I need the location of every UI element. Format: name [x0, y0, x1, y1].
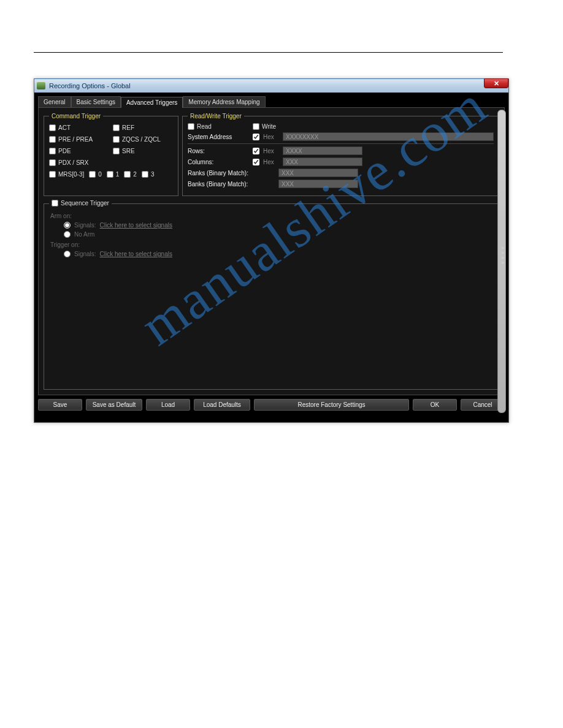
- hex-label-sysaddr: Hex: [263, 134, 279, 140]
- close-button[interactable]: ✕: [484, 78, 508, 88]
- no-arm-label: No Arm: [74, 231, 94, 238]
- window-body: General Basic Settings Advanced Triggers…: [34, 93, 508, 422]
- button-row: Save Save as Default Load Load Defaults …: [34, 395, 508, 414]
- input-ranks[interactable]: [278, 169, 358, 177]
- arm-on-label: Arm on:: [50, 213, 492, 219]
- cb-ref[interactable]: REF: [113, 124, 173, 131]
- label-ranks: Ranks (Binary Match):: [188, 170, 275, 176]
- cb-sre[interactable]: SRE: [113, 148, 173, 154]
- radio-no-arm[interactable]: [64, 231, 71, 238]
- sequence-trigger-group: Sequence Trigger Arm on: Signals: Click …: [44, 200, 499, 390]
- cb-columns-hex[interactable]: [253, 159, 259, 165]
- save-default-button[interactable]: Save as Default: [86, 399, 142, 411]
- radio-arm-signals[interactable]: [64, 222, 71, 229]
- cb-mrs-0[interactable]: 0: [89, 171, 102, 178]
- cb-act[interactable]: ACT: [49, 124, 109, 131]
- cb-pdx-srx[interactable]: PDX / SRX: [49, 159, 109, 166]
- cb-write[interactable]: Write: [253, 123, 276, 130]
- radio-trigger-signals[interactable]: [64, 251, 71, 257]
- tab-general[interactable]: General: [38, 96, 71, 107]
- cb-pde[interactable]: PDE: [49, 148, 109, 154]
- trigger-on-label: Trigger on:: [50, 241, 492, 248]
- tab-content: Command Trigger ACT REF PRE / PREA ZQCS …: [38, 107, 505, 395]
- save-button[interactable]: Save: [38, 399, 82, 411]
- restore-factory-button[interactable]: Restore Factory Settings: [254, 399, 409, 411]
- tab-strip: General Basic Settings Advanced Triggers…: [34, 93, 508, 107]
- load-button[interactable]: Load: [146, 399, 190, 411]
- tab-basic-settings[interactable]: Basic Settings: [71, 96, 121, 107]
- trigger-signals-link[interactable]: Click here to select signals: [100, 251, 172, 257]
- cb-mrs-1[interactable]: 1: [107, 171, 120, 178]
- cb-rows-hex[interactable]: [253, 148, 259, 154]
- rw-trigger-legend: Read/Write Trigger: [188, 113, 244, 119]
- input-columns[interactable]: [283, 157, 362, 166]
- titlebar: Recording Options - Global ✕: [34, 79, 508, 93]
- load-defaults-button[interactable]: Load Defaults: [194, 399, 250, 411]
- ok-button[interactable]: OK: [413, 399, 457, 411]
- hex-label-columns: Hex: [263, 159, 279, 165]
- label-banks: Banks (Binary Match):: [188, 181, 275, 188]
- side-arrows-icon: >>>>: [501, 246, 504, 265]
- tab-memory-address-mapping[interactable]: Memory Address Mapping: [183, 96, 265, 107]
- input-banks[interactable]: [278, 180, 358, 188]
- cb-zqcs-zqcl[interactable]: ZQCS / ZQCL: [113, 136, 173, 143]
- sequence-trigger-legend: Sequence Trigger: [49, 200, 112, 208]
- label-rows: Rows:: [188, 148, 249, 154]
- cb-sysaddr-hex[interactable]: [253, 134, 259, 140]
- cb-read[interactable]: Read: [188, 123, 249, 130]
- input-system-address[interactable]: [283, 132, 494, 141]
- page-divider: [34, 52, 503, 53]
- trigger-signals-label: Signals:: [74, 251, 96, 257]
- input-rows[interactable]: [283, 146, 362, 155]
- hex-label-rows: Hex: [263, 148, 279, 154]
- label-system-address: System Address: [188, 134, 249, 140]
- rw-trigger-group: Read/Write Trigger Read Write System Add…: [182, 113, 499, 196]
- cb-mrs[interactable]: MRS[0-3]: [49, 171, 84, 178]
- cb-mrs-3[interactable]: 3: [142, 171, 155, 178]
- cb-sequence-trigger[interactable]: Sequence Trigger: [52, 200, 109, 207]
- label-columns: Columns:: [188, 159, 249, 165]
- command-trigger-group: Command Trigger ACT REF PRE / PREA ZQCS …: [44, 113, 178, 196]
- command-trigger-legend: Command Trigger: [49, 113, 103, 119]
- cb-mrs-2[interactable]: 2: [124, 171, 137, 178]
- arm-signals-link[interactable]: Click here to select signals: [100, 222, 172, 229]
- app-icon: [37, 82, 45, 89]
- tab-advanced-triggers[interactable]: Advanced Triggers: [121, 97, 183, 108]
- window-title: Recording Options - Global: [49, 82, 131, 89]
- recording-options-window: Recording Options - Global ✕ General Bas…: [34, 78, 509, 423]
- arm-signals-label: Signals:: [74, 222, 96, 229]
- close-icon: ✕: [494, 80, 499, 88]
- cb-pre-prea[interactable]: PRE / PREA: [49, 136, 109, 143]
